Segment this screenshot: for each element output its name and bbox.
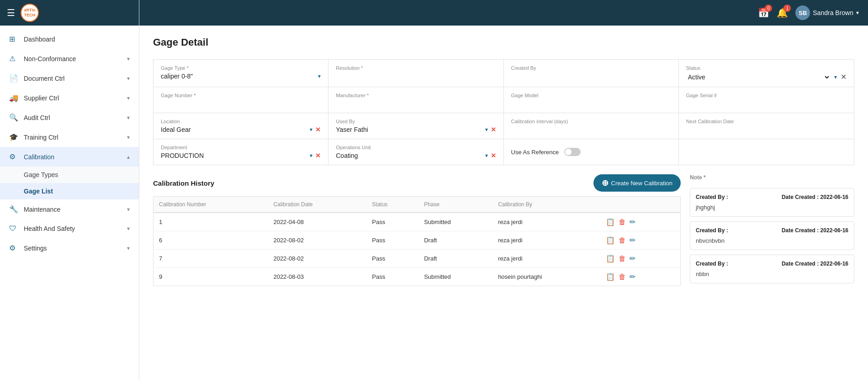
cell-by: reza jerdi (492, 250, 600, 268)
delete-icon[interactable]: 🗑 (619, 218, 626, 226)
cell-phase: Draft (418, 250, 492, 268)
table-row: 1 2022-04-08 Pass Submitted reza jerdi 📋… (153, 213, 681, 231)
pdf-icon[interactable]: 📋 (606, 236, 615, 245)
gage-serial-input[interactable]: 424532452 (686, 100, 847, 107)
cell-status: Pass (366, 213, 418, 231)
user-menu[interactable]: SB Sandra Brown ▾ (795, 5, 859, 20)
chevron-up-icon: ▴ (127, 154, 130, 160)
supplier-ctrl-icon: 🚚 (9, 94, 18, 102)
topbar-actions: 📅 0 🔔 1 SB Sandra Brown ▾ (758, 5, 859, 20)
cal-interval-field: Calibration interval (days) 365 (504, 113, 679, 139)
pdf-icon[interactable]: 📋 (606, 254, 615, 263)
hamburger-icon[interactable]: ☰ (7, 7, 15, 18)
gage-type-dropdown-icon[interactable]: ▾ (318, 73, 321, 79)
create-calibration-label: Create New Calibration (611, 180, 672, 187)
created-by-input[interactable]: reza jerdi (511, 73, 671, 80)
sidebar-item-non-conformance[interactable]: ⚠ Non-Conformance ▾ (0, 49, 139, 68)
sidebar-item-maintenance[interactable]: 🔧 Maintenance ▾ (0, 199, 139, 219)
cal-interval-input[interactable]: 365 (511, 126, 671, 133)
status-select[interactable]: Active (686, 73, 831, 81)
gage-number-input[interactable]: 1 (161, 100, 321, 107)
pdf-icon[interactable]: 📋 (606, 272, 615, 281)
resolution-field: Resolution * 0.0001 (328, 60, 503, 87)
sidebar-item-label: Non-Conformance (24, 55, 76, 63)
used-by-clear-icon[interactable]: ✕ (491, 126, 496, 133)
resolution-input[interactable]: 0.0001 (336, 73, 496, 80)
department-label: Department (161, 145, 321, 150)
gage-model-label: Gage Model (511, 93, 671, 98)
used-by-dropdown-icon[interactable]: ▾ (485, 126, 488, 133)
operations-unit-dropdown-icon[interactable]: ▾ (485, 152, 488, 159)
sidebar-item-training-ctrl[interactable]: 🎓 Training Ctrl ▾ (0, 127, 139, 147)
notification-icon[interactable]: 🔔 1 (777, 7, 788, 18)
department-dropdown[interactable]: PRODUCTION (161, 152, 307, 159)
use-as-reference-toggle[interactable] (564, 148, 581, 156)
sidebar-item-gage-types[interactable]: Gage Types (0, 167, 139, 183)
location-dropdown-icon[interactable]: ▾ (310, 126, 312, 133)
status-field: Status Active ▾ ✕ (679, 60, 854, 87)
gage-model-input[interactable] (511, 100, 671, 107)
sidebar-item-label: Dashboard (24, 36, 55, 43)
sidebar-item-dashboard[interactable]: ⊞ Dashboard (0, 29, 139, 49)
status-clear-icon[interactable]: ✕ (841, 73, 847, 81)
location-clear-icon[interactable]: ✕ (315, 126, 321, 133)
use-as-reference-label: Use As Reference (511, 149, 559, 156)
sidebar-item-audit-ctrl[interactable]: 🔍 Audit Ctrl ▾ (0, 108, 139, 127)
gage-number-value: 1 (161, 100, 321, 107)
location-value: Ideal Gear ▾ ✕ (161, 126, 321, 133)
note-card: Created By : Date Created : 2022-06-16 j… (690, 188, 854, 217)
sidebar-item-document-ctrl[interactable]: 📄 Document Ctrl ▾ (0, 68, 139, 88)
health-safety-icon: 🛡 (9, 224, 18, 233)
calibration-history-title: Calibration History (153, 179, 214, 187)
gage-type-dropdown[interactable]: caliper 0-8" (161, 73, 315, 80)
delete-icon[interactable]: 🗑 (619, 236, 626, 245)
sidebar-item-settings[interactable]: ⚙ Settings ▾ (0, 238, 139, 258)
next-cal-input[interactable]: 2023-08-03 (686, 126, 847, 133)
status-label: Status (686, 65, 847, 71)
gage-type-field: Gage Type * caliper 0-8" ▾ (153, 60, 328, 87)
edit-icon[interactable]: ✏ (630, 272, 635, 281)
sidebar-item-calibration[interactable]: ⚙ Calibration ▴ (0, 147, 139, 167)
sidebar-item-label: Maintenance (24, 206, 60, 213)
user-chevron-icon: ▾ (856, 10, 859, 16)
department-dropdown-icon[interactable]: ▾ (310, 152, 312, 159)
cell-by: hosein pourtaghi (492, 268, 600, 286)
location-dropdown[interactable]: Ideal Gear (161, 126, 307, 133)
cell-by: reza jerdi (492, 213, 600, 231)
sidebar-item-gage-list[interactable]: Gage List (0, 183, 139, 199)
col-actions (600, 197, 681, 213)
edit-icon[interactable]: ✏ (630, 254, 635, 263)
created-by-label: Created By (511, 65, 671, 71)
sidebar-item-health-safety[interactable]: 🛡 Health And Safety ▾ (0, 219, 139, 238)
next-cal-field: Next Calibration Date 2023-08-03 (679, 113, 854, 139)
edit-icon[interactable]: ✏ (630, 218, 635, 226)
cell-actions: 📋 🗑 ✏ (600, 213, 681, 231)
chevron-down-icon: ▾ (127, 75, 130, 82)
operations-unit-field: Operations Unit Coating ▾ ✕ (328, 139, 503, 165)
calibration-history-section: Calibration History ⊕ Create New Calibra… (153, 174, 681, 288)
delete-icon[interactable]: 🗑 (619, 255, 626, 263)
gage-model-field: Gage Model (504, 87, 679, 113)
maintenance-icon: 🔧 (9, 205, 18, 214)
plus-icon: ⊕ (602, 178, 609, 188)
department-clear-icon[interactable]: ✕ (315, 152, 321, 159)
edit-icon[interactable]: ✏ (630, 236, 635, 245)
note-created-by: Created By : (696, 194, 728, 200)
sidebar-item-supplier-ctrl[interactable]: 🚚 Supplier Ctrl ▾ (0, 88, 139, 108)
pdf-icon[interactable]: 📋 (606, 218, 615, 226)
operations-unit-clear-icon[interactable]: ✕ (491, 152, 496, 159)
chevron-down-icon: ▾ (127, 225, 130, 232)
calendar-icon[interactable]: 📅 0 (758, 7, 769, 18)
delete-icon[interactable]: 🗑 (619, 273, 626, 281)
manufacturer-input[interactable]: test (336, 100, 496, 107)
sidebar-item-label: Calibration (24, 153, 54, 161)
operations-unit-dropdown[interactable]: Coating (336, 152, 482, 159)
app-logo: aRTin TECH (21, 4, 39, 22)
col-number: Calibration Number (153, 197, 268, 213)
cell-phase: Draft (418, 231, 492, 250)
sidebar-item-label: Audit Ctrl (24, 114, 50, 121)
gage-number-label: Gage Number * (161, 93, 321, 98)
used-by-dropdown[interactable]: Yaser Fathi (336, 126, 482, 133)
create-calibration-button[interactable]: ⊕ Create New Calibration (593, 174, 681, 192)
notes-header: Note * (690, 174, 854, 183)
